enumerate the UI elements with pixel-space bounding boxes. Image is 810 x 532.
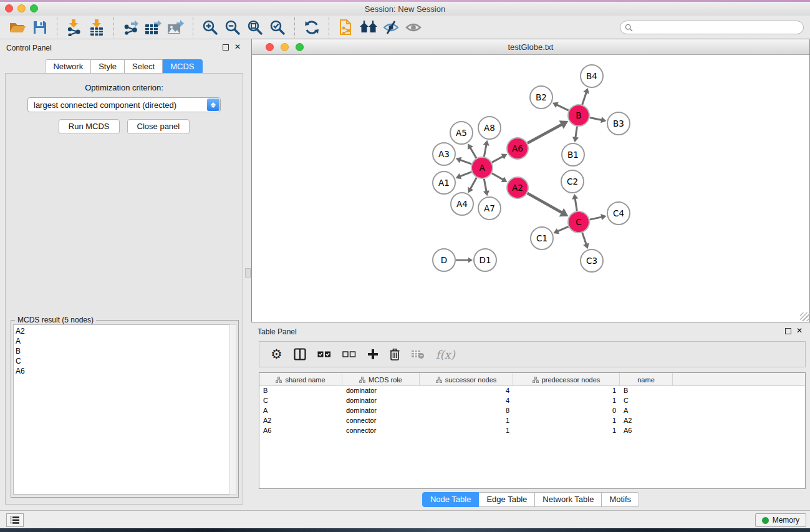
column-header-name[interactable]: name <box>620 373 673 386</box>
tab-network-table[interactable]: Network Table <box>535 492 602 507</box>
table-cell[interactable]: C <box>259 396 342 406</box>
save-session-button[interactable] <box>29 17 51 37</box>
table-cell[interactable]: connector <box>342 426 420 436</box>
table-row[interactable]: A6connector11A6 <box>259 426 805 436</box>
graph-node-B4[interactable]: B4 <box>581 65 603 87</box>
graph-node-A6[interactable]: A6 <box>507 138 528 159</box>
graph-edge-A-A6[interactable] <box>492 157 503 163</box>
graph-edge-A-A5[interactable] <box>470 148 476 158</box>
close-panel-button[interactable]: ✕ <box>234 42 241 51</box>
table-cell[interactable]: 1 <box>420 426 513 436</box>
graph-node-A2[interactable]: A2 <box>507 177 528 198</box>
zoom-fit-button[interactable] <box>244 17 266 37</box>
graph-node-C2[interactable]: C2 <box>561 170 584 193</box>
create-column-plus-icon[interactable] <box>367 349 378 360</box>
panel-divider-handle[interactable] <box>245 268 251 278</box>
show-panels-button[interactable] <box>6 513 24 527</box>
graph-node-C4[interactable]: C4 <box>607 202 630 225</box>
close-panel-button2[interactable]: Close panel <box>127 119 190 134</box>
table-cell[interactable]: connector <box>342 416 420 426</box>
float-panel-button[interactable] <box>223 44 229 51</box>
table-cell[interactable]: 1 <box>513 416 620 426</box>
refresh-button[interactable] <box>301 17 323 37</box>
table-cell[interactable]: 1 <box>513 396 620 406</box>
graph-node-C3[interactable]: C3 <box>581 249 603 272</box>
show-column-icon[interactable] <box>294 348 306 360</box>
table-cell[interactable]: A6 <box>259 426 342 436</box>
result-list-scrollbar[interactable] <box>229 324 236 495</box>
graph-edge-C-C1[interactable] <box>557 226 568 231</box>
memory-button[interactable]: Memory <box>755 513 806 527</box>
graph-edge-B-B3[interactable] <box>590 118 602 120</box>
table-cell[interactable]: C <box>620 396 673 406</box>
graph-edge-A-A7[interactable] <box>484 179 486 191</box>
table-cell[interactable]: 8 <box>420 406 513 416</box>
graph-edge-A-A8[interactable] <box>484 145 486 157</box>
export-network-button[interactable] <box>120 17 142 37</box>
graph-edge-B-B2[interactable] <box>557 105 569 110</box>
table-cell[interactable]: A6 <box>620 426 673 436</box>
graph-edge-A-A3[interactable] <box>460 160 471 164</box>
graph-node-B3[interactable]: B3 <box>607 112 630 135</box>
table-row[interactable]: Cdominator41C <box>259 396 805 406</box>
graph-node-A[interactable]: A <box>471 157 493 178</box>
table-cell[interactable]: A <box>620 406 673 416</box>
graph-node-A4[interactable]: A4 <box>451 193 473 215</box>
table-cell[interactable]: dominator <box>342 386 420 396</box>
tab-motifs[interactable]: Motifs <box>602 492 639 507</box>
export-table-button[interactable] <box>142 17 165 37</box>
column-header-successor-nodes[interactable]: successor nodes <box>420 373 513 386</box>
table-cell[interactable]: A2 <box>259 416 342 426</box>
graph-node-B[interactable]: B <box>568 105 589 126</box>
graph-edge-C-C4[interactable] <box>590 217 602 220</box>
column-header-shared-name[interactable]: shared name <box>259 373 342 386</box>
graph-edge-C-C2[interactable] <box>575 198 577 211</box>
graph-node-D1[interactable]: D1 <box>474 249 496 271</box>
graph-edge-B-B4[interactable] <box>582 92 587 105</box>
show-all-button[interactable] <box>402 17 425 37</box>
window-resize-grip[interactable] <box>800 312 809 321</box>
mcds-result-item[interactable]: C <box>16 356 229 366</box>
export-image-button[interactable] <box>165 17 187 37</box>
graph-node-A5[interactable]: A5 <box>450 122 473 144</box>
graph-node-A3[interactable]: A3 <box>433 143 455 165</box>
delete-column-trash-icon[interactable] <box>390 348 400 360</box>
table-settings-gear-icon[interactable]: ⚙ <box>271 348 282 360</box>
zoom-in-button[interactable] <box>199 17 221 37</box>
tab-mcds[interactable]: MCDS <box>163 59 202 74</box>
graph-node-B1[interactable]: B1 <box>562 143 584 166</box>
function-builder-button[interactable]: f(x) <box>436 348 455 361</box>
graph-edge-A-A2[interactable] <box>492 173 503 180</box>
tab-select[interactable]: Select <box>125 59 163 74</box>
table-cell[interactable]: B <box>259 386 342 396</box>
mcds-result-item[interactable]: A6 <box>16 366 229 376</box>
new-network-from-file-button[interactable] <box>335 17 357 37</box>
tab-style[interactable]: Style <box>91 59 125 74</box>
column-header-MCDS-role[interactable]: MCDS role <box>342 373 420 386</box>
table-cell[interactable]: 1 <box>513 386 620 396</box>
table-cell[interactable]: A <box>259 406 342 416</box>
table-row[interactable]: A2connector11A2 <box>259 416 805 426</box>
graph-node-A1[interactable]: A1 <box>433 172 455 194</box>
run-mcds-button[interactable]: Run MCDS <box>59 119 120 134</box>
tab-network[interactable]: Network <box>45 59 91 74</box>
select-all-icon[interactable] <box>317 351 331 358</box>
mcds-result-item[interactable]: A <box>16 336 229 346</box>
graph-edge-B-B1[interactable] <box>576 127 577 138</box>
graph-edge-A6-B[interactable] <box>528 125 562 143</box>
table-cell[interactable]: 4 <box>420 396 513 406</box>
graph-edge-C-C3[interactable] <box>582 233 586 244</box>
table-cell[interactable]: B <box>620 386 673 396</box>
first-neighbors-button[interactable] <box>357 17 380 37</box>
graph-node-D[interactable]: D <box>433 249 455 271</box>
graph-node-A7[interactable]: A7 <box>478 197 501 220</box>
network-window-titlebar[interactable]: testGlobe.txt <box>252 39 809 55</box>
table-cell[interactable]: 0 <box>513 406 620 416</box>
graph-node-C[interactable]: C <box>568 211 589 233</box>
table-cell[interactable]: dominator <box>342 406 420 416</box>
tab-node-table[interactable]: Node Table <box>422 492 480 507</box>
delete-table-icon[interactable] <box>411 349 425 359</box>
graph-node-C1[interactable]: C1 <box>531 227 553 249</box>
graph-node-B2[interactable]: B2 <box>530 86 552 109</box>
mcds-result-item[interactable]: B <box>16 346 229 356</box>
